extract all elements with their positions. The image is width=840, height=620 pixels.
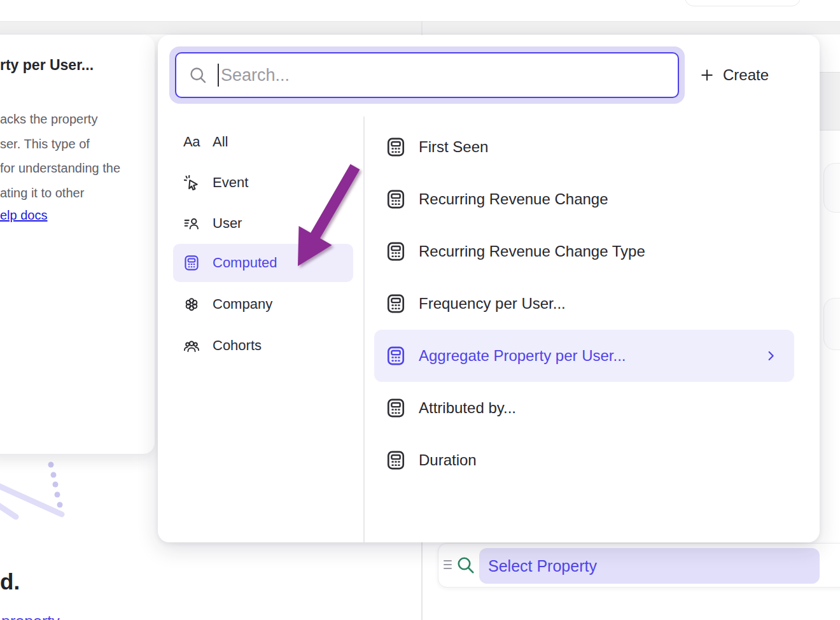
property-label: First Seen [419,138,488,156]
user-profile-icon [183,215,200,232]
property-item-aggregate-property-per-user[interactable]: Aggregate Property per User... [374,330,794,382]
property-item-recurring-revenue-change[interactable]: Recurring Revenue Change [374,173,794,225]
calculator-icon [386,450,406,470]
category-label: Cohorts [213,337,262,354]
property-item-frequency-per-user[interactable]: Frequency per User... [374,278,794,330]
empty-state-illustration [0,446,89,535]
search-icon [189,66,207,84]
text-format-icon: Aa [183,134,200,150]
property-item-first-seen[interactable]: First Seen [374,121,794,173]
select-property-label: Select Property [488,557,597,575]
calculator-icon [183,255,200,271]
help-docs-link[interactable]: elp docs [0,208,48,223]
property-selector-modal: Search... Create Aa All Event [158,35,820,542]
property-item-duration[interactable]: Duration [374,434,794,486]
tooltip-line: ser. This type of [0,132,120,157]
tooltip-line: for understanding the [0,156,120,181]
calculator-icon [386,189,406,209]
drag-handle-icon[interactable] [444,560,454,572]
property-tooltip-card: rty per User... acks the property ser. T… [0,35,155,454]
search-placeholder: Search... [221,66,290,85]
tooltip-title: rty per User... [0,57,94,74]
background-card-edge [823,163,840,213]
tooltip-line: acks the property [0,107,120,132]
property-label: Recurring Revenue Change [419,190,608,208]
calculator-icon [386,293,406,314]
category-label: User [213,215,242,232]
background-clipped-link[interactable]: property [1,612,60,620]
category-label: Company [213,296,272,313]
property-label: Duration [419,451,477,469]
property-label: Attributed by... [419,399,516,417]
background-heading-fragment: d. [0,569,20,595]
category-company[interactable]: Company [173,285,353,323]
create-button[interactable]: Create [700,60,769,90]
query-builder-row: Select Property [438,543,840,588]
cohorts-icon [183,337,200,354]
category-cohorts[interactable]: Cohorts [173,327,353,365]
chevron-right-icon [764,349,778,363]
calculator-icon [386,398,406,418]
category-label: Event [213,174,248,191]
calculator-icon [386,137,406,157]
property-label: Frequency per User... [419,295,566,313]
property-label: Recurring Revenue Change Type [419,243,645,260]
property-label: Aggregate Property per User... [419,347,626,365]
create-button-label: Create [723,66,769,84]
annotation-arrow [280,156,382,283]
category-all[interactable]: Aa All [173,123,353,161]
calculator-icon [386,241,406,262]
search-input[interactable]: Search... [175,52,679,98]
property-search-icon [456,556,475,575]
property-item-attributed-by[interactable]: Attributed by... [374,382,794,434]
tooltip-body: acks the property ser. This type of for … [0,107,120,205]
category-label: Computed [213,255,277,271]
background-toolbar-band [0,21,840,34]
company-icon [183,296,200,313]
search-field-halo: Search... [169,46,685,104]
text-caret [218,64,219,87]
calculator-icon [386,346,406,366]
category-label: All [213,134,228,150]
property-item-recurring-revenue-change-type[interactable]: Recurring Revenue Change Type [374,225,794,278]
background-card-edge [823,298,840,350]
background-button-remnant [685,0,801,6]
cursor-click-icon [183,174,200,191]
tooltip-line: ating it to other [0,181,120,206]
plus-icon [700,68,714,82]
select-property-button[interactable]: Select Property [479,548,820,584]
